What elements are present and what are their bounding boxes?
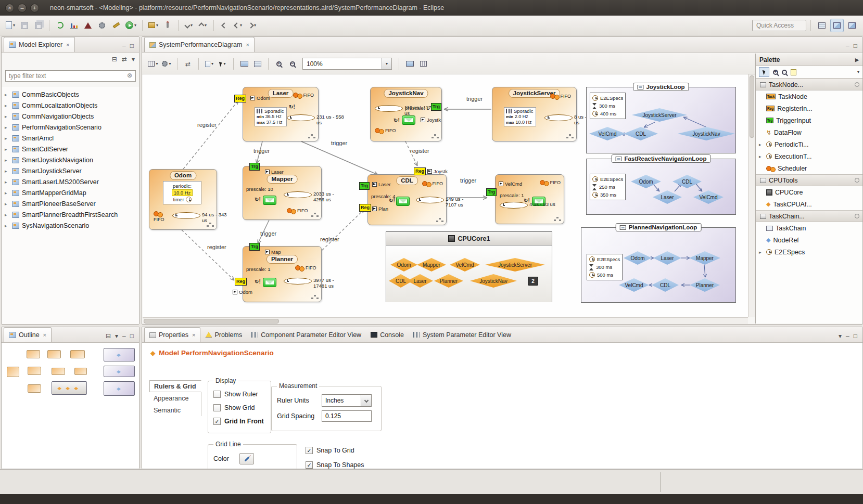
vertical-scrollbar[interactable] — [748, 74, 755, 317]
node-ref-diamond[interactable]: CDL — [624, 127, 658, 140]
expand-arrow-icon[interactable]: ▸ — [759, 154, 762, 159]
palette-item-e2especs[interactable]: ▸ E2ESpecs — [756, 246, 862, 258]
link-with-editor-icon[interactable]: ⇄ — [122, 56, 127, 62]
tab-properties[interactable]: Properties × — [144, 327, 200, 342]
select-tool-button[interactable] — [759, 67, 769, 77]
task-ref-diamond[interactable]: Planner — [434, 274, 463, 288]
zoom-dropdown-button[interactable]: ▾ — [382, 58, 391, 69]
side-tab-appearance[interactable]: Appearance — [149, 392, 201, 404]
snapshot-button[interactable] — [404, 58, 415, 70]
next-annotation-button[interactable]: ▾ — [183, 19, 195, 32]
minimize-view-icon[interactable]: – — [122, 333, 126, 339]
register-badge[interactable]: Reg — [235, 278, 247, 286]
node-ref-diamond[interactable]: JoystickNav — [678, 127, 735, 140]
tab-outline[interactable]: Outline × — [4, 327, 52, 342]
close-icon[interactable]: × — [66, 42, 69, 48]
node-ref-diamond[interactable]: Laser — [653, 251, 681, 265]
tree-item[interactable]: ▸ SmartLaserLMS200Server — [5, 176, 139, 187]
collapse-all-icon[interactable]: ⊟ — [112, 56, 117, 62]
palette-item-executiontime[interactable]: ▸ ExecutionT... — [756, 150, 862, 162]
zoom-out-tool-icon[interactable]: – — [782, 70, 787, 75]
register-badge[interactable]: Reg — [414, 167, 426, 175]
tab-component-parameter-editor[interactable]: Component Parameter Editor View — [247, 327, 366, 342]
task-ref-diamond[interactable]: Laser — [407, 274, 433, 288]
port-odom[interactable]: Odom — [250, 95, 270, 101]
modeling-perspective-button[interactable] — [830, 19, 844, 32]
task-node-joystickserver[interactable]: JoystickServer Sporadic min 2.0 Hz max 1… — [492, 87, 577, 141]
maximize-editor-icon[interactable]: □ — [854, 43, 857, 49]
palette-item-tasknode[interactable]: Task TaskNode — [756, 91, 862, 102]
port-plan[interactable]: Plan — [372, 206, 388, 212]
port-joystk[interactable]: Joystk — [427, 169, 448, 174]
task-ref-diamond[interactable]: Mapper — [417, 258, 446, 272]
tab-console[interactable]: Console — [366, 327, 409, 342]
save-button[interactable] — [18, 19, 31, 32]
zoom-in-button[interactable]: + — [273, 58, 285, 70]
chevron-down-icon[interactable] — [361, 395, 371, 406]
tools-button[interactable] — [110, 19, 122, 32]
other-perspective-button[interactable] — [845, 19, 859, 32]
palette-item-cpucore[interactable]: CPUCore — [756, 186, 862, 198]
tree-item[interactable]: ▸ SmartJoystickNavigation — [5, 154, 139, 165]
expand-arrow-icon[interactable]: ▸ — [5, 136, 9, 141]
tree-item[interactable]: ▸ SmartAmcl — [5, 133, 139, 144]
select-mode-button[interactable]: ▾ — [217, 58, 229, 70]
open-perspective-button[interactable] — [815, 19, 829, 32]
snap-to-grid-checkbox[interactable]: ✓ Snap To Grid — [306, 444, 354, 457]
trigger-badge[interactable]: Trg — [431, 103, 441, 111]
layers-button[interactable]: ▾ — [147, 58, 159, 70]
tab-model-explorer[interactable]: Model Explorer × — [4, 37, 75, 52]
expand-arrow-icon[interactable]: ▸ — [5, 212, 9, 217]
task-ref-diamond[interactable]: Odom — [390, 258, 417, 272]
cpu-core-node[interactable]: CPUCore1 Odom Mapper VelCmd JoystickServ… — [386, 231, 552, 302]
filters-button[interactable]: ▾ — [161, 58, 172, 70]
zoom-in-tool-icon[interactable]: + — [773, 70, 778, 75]
expand-arrow-icon[interactable]: ▸ — [5, 179, 9, 185]
view-menu-icon[interactable]: ▾ — [115, 333, 118, 339]
minimize-view-icon[interactable]: – — [122, 43, 126, 49]
ruler-units-select[interactable]: Inches — [322, 394, 372, 407]
palette-item-periodictimer[interactable]: ▸ PeriodicTi... — [756, 138, 862, 150]
palette-collapse-icon[interactable]: ▶ — [855, 57, 859, 62]
register-badge[interactable]: Reg — [234, 95, 246, 102]
task-node-laser[interactable]: Laser Reg Odom FIFO Sporadic min 36.5 Hz… — [243, 87, 319, 141]
tree-item[interactable]: ▸ CommBasicObjects — [5, 89, 139, 100]
task-node-velcmd[interactable]: Trg VelCmd FIFO prescale: 1 ↻! 4 us - 83… — [495, 174, 564, 224]
task-chain-plannednavigation[interactable]: PlannedNavigationLoop E2ESpecs 300 ms 50… — [581, 227, 736, 303]
view-menu-icon[interactable]: ▾ — [839, 333, 842, 339]
palette-header[interactable]: Palette ▶ — [756, 54, 862, 66]
trigger-badge[interactable]: Trg — [249, 163, 260, 171]
task-chain-joystickloop[interactable]: JoystickLoop E2ESpecs 300 ms 400 ms Joys… — [586, 87, 736, 153]
maximize-view-icon[interactable]: □ — [130, 333, 134, 339]
scrollbar-thumb[interactable] — [144, 319, 279, 324]
port-odom[interactable]: Odom — [233, 289, 252, 295]
port-laser[interactable]: Laser — [372, 182, 391, 187]
palette-item-taskcpuaffinity[interactable]: ◆ TaskCPUAf... — [756, 198, 862, 210]
note-tool-icon[interactable] — [791, 69, 796, 75]
task-chain-fastreactive[interactable]: FastReactiveNavigationLoop E2ESpecs 250 … — [586, 159, 736, 215]
tree-item[interactable]: ▸ CommNavigationObjects — [5, 111, 139, 122]
tree-item[interactable]: ▸ SmartPioneerBaseServer — [5, 198, 139, 209]
node-ref-diamond[interactable]: CDL — [652, 278, 679, 292]
grid-spacing-input[interactable] — [322, 410, 372, 422]
tab-system-performance-diagram[interactable]: SystemPerformanceDiagram × — [144, 37, 255, 52]
node-ref-diamond[interactable]: Odom — [631, 175, 661, 188]
back-button[interactable]: ▾ — [232, 19, 245, 32]
node-ref-diamond[interactable]: Laser — [653, 190, 682, 204]
e2e-specs-box[interactable]: E2ESpecs 300 ms 500 ms — [587, 254, 623, 280]
sash-divider[interactable] — [660, 472, 661, 492]
port-velcmd[interactable]: VelCmd — [499, 181, 522, 187]
palette-item-triggerinput[interactable]: Trg TriggerInput — [756, 114, 862, 126]
minimize-view-icon[interactable]: – — [846, 333, 849, 339]
close-icon[interactable]: × — [246, 42, 249, 48]
tab-system-parameter-editor[interactable]: System Parameter Editor View — [409, 327, 516, 342]
quick-access-box[interactable]: Quick Access — [752, 20, 806, 31]
window-close-button[interactable]: × — [5, 4, 14, 12]
task-node-joysticknav[interactable]: JoystickNav 110 us - 117 us prescale: 1 … — [370, 87, 442, 141]
pin-elements-button[interactable]: ⇄ — [182, 58, 194, 70]
build-button[interactable] — [96, 19, 108, 32]
palette-menu-icon[interactable]: ▾ — [857, 70, 859, 74]
tree-item[interactable]: ▸ SmartJoystickServer — [5, 165, 139, 176]
tree-item[interactable]: ▸ SmartMapperGridMap — [5, 187, 139, 198]
node-ref-diamond[interactable]: VelCmd — [619, 278, 649, 292]
